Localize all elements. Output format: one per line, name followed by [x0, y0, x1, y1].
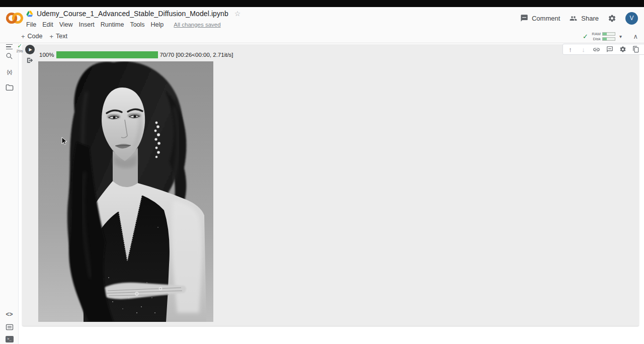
- execution-status: ✓ 29s: [15, 43, 24, 53]
- menu-view[interactable]: View: [59, 21, 77, 28]
- progress-percent: 100%: [39, 52, 54, 58]
- cell-toolbar: ↑ ↓ ⋮: [562, 44, 644, 55]
- move-cell-down-icon[interactable]: ↓: [580, 46, 587, 53]
- comment-button[interactable]: Comment: [520, 14, 560, 22]
- files-icon[interactable]: [0, 81, 19, 94]
- people-icon: [569, 15, 578, 22]
- collapse-sections-button[interactable]: ∧: [633, 29, 638, 43]
- add-code-button[interactable]: + Code: [21, 33, 42, 40]
- plus-icon: +: [49, 33, 53, 40]
- menu-file[interactable]: File: [26, 21, 40, 28]
- code-snippets-icon[interactable]: <>: [0, 308, 19, 321]
- progress-stats: 70/70 [00:26<00:00, 2.71it/s]: [159, 52, 233, 58]
- plus-icon: +: [21, 33, 25, 40]
- chevron-down-icon[interactable]: ▾: [619, 34, 622, 39]
- share-button[interactable]: Share: [569, 15, 599, 22]
- notebook-title[interactable]: Udemy_Course_1_Advanced_Stable_Diffusion…: [37, 10, 228, 18]
- ram-disk-meters: RAM Disk: [591, 32, 615, 41]
- left-sidebar: {x} <> >_: [0, 44, 19, 344]
- add-text-button[interactable]: + Text: [49, 33, 67, 40]
- comment-icon: [520, 14, 528, 22]
- add-code-label: Code: [28, 33, 43, 40]
- top-black-bar: [0, 0, 644, 7]
- drive-icon: [26, 10, 34, 18]
- menu-help[interactable]: Help: [151, 21, 168, 28]
- tqdm-progress: 100% 70/70 [00:26<00:00, 2.71it/s]: [39, 51, 233, 58]
- share-label: Share: [581, 15, 599, 22]
- header-actions: Comment Share V: [520, 7, 638, 29]
- user-avatar[interactable]: V: [625, 12, 638, 25]
- colab-logo[interactable]: [6, 11, 23, 26]
- add-text-label: Text: [56, 33, 67, 40]
- ram-meter: [602, 32, 615, 36]
- copy-link-icon[interactable]: [593, 46, 600, 53]
- star-icon[interactable]: ☆: [234, 10, 241, 18]
- settings-button[interactable]: [608, 14, 616, 23]
- menu-edit[interactable]: Edit: [42, 21, 57, 28]
- menu-tools[interactable]: Tools: [130, 21, 148, 28]
- app-header: Udemy_Course_1_Advanced_Stable_Diffusion…: [0, 7, 644, 29]
- menu-runtime[interactable]: Runtime: [101, 21, 128, 28]
- comment-label: Comment: [532, 15, 560, 22]
- menu-insert[interactable]: Insert: [79, 21, 99, 28]
- resource-monitor[interactable]: ✓ RAM Disk ▾: [583, 29, 622, 43]
- move-cell-up-icon[interactable]: ↑: [567, 46, 574, 53]
- execution-time: 29s: [15, 49, 24, 53]
- variables-icon[interactable]: {x}: [0, 65, 19, 78]
- progress-bar: [56, 51, 158, 58]
- output-image: [38, 61, 213, 322]
- terminal-icon[interactable]: >_: [0, 332, 19, 344]
- gear-icon: [608, 14, 616, 23]
- notebook-toolbar: + Code + Text ✓ RAM Disk ▾ ∧: [0, 29, 644, 43]
- mirror-cell-icon[interactable]: [632, 46, 639, 53]
- menu-bar: File Edit View Insert Runtime Tools Help…: [26, 20, 240, 29]
- executed-check-icon: ✓: [15, 43, 24, 49]
- run-cell-button[interactable]: ▶: [25, 45, 35, 54]
- save-status[interactable]: All changes saved: [174, 22, 220, 28]
- connected-check-icon: ✓: [583, 33, 588, 40]
- ram-label: RAM: [591, 32, 601, 36]
- disk-meter: [602, 37, 615, 41]
- colab-window: Udemy_Course_1_Advanced_Stable_Diffusion…: [0, 0, 644, 344]
- progress-fill: [56, 51, 158, 58]
- command-palette-icon[interactable]: [0, 320, 19, 333]
- disk-label: Disk: [591, 37, 601, 41]
- add-comment-icon[interactable]: [606, 46, 613, 53]
- header-left: Udemy_Course_1_Advanced_Stable_Diffusion…: [26, 8, 240, 29]
- output-indicator-icon[interactable]: [26, 57, 33, 66]
- editor-settings-icon[interactable]: [619, 46, 626, 53]
